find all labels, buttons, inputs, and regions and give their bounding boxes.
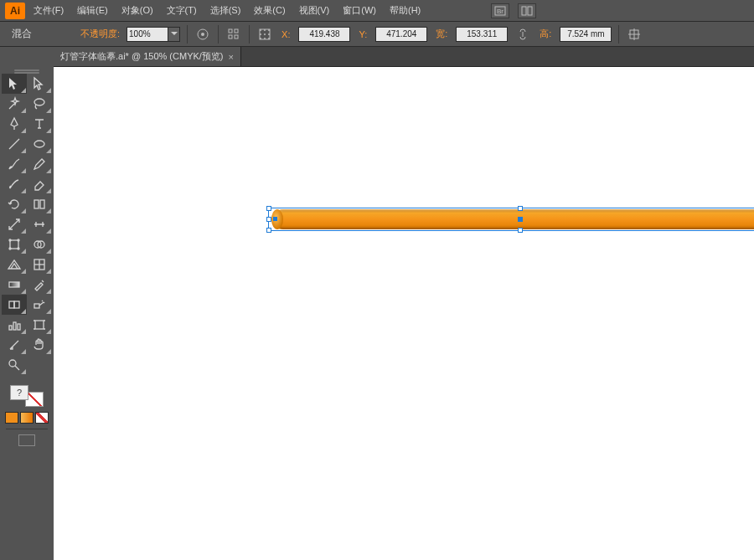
hand-tool[interactable] (27, 335, 52, 355)
type-tool[interactable] (27, 114, 52, 134)
color-none[interactable] (35, 412, 49, 424)
selection-tool[interactable] (2, 74, 27, 94)
svg-rect-3 (528, 7, 532, 15)
color-solid[interactable] (5, 412, 18, 424)
y-input[interactable] (375, 27, 427, 42)
y-label: Y: (359, 29, 367, 39)
scale-tool[interactable] (2, 214, 27, 234)
svg-rect-41 (34, 304, 39, 308)
gradient-tool[interactable] (2, 275, 27, 295)
x-label: X: (281, 29, 290, 39)
menu-edit[interactable]: 编辑(E) (72, 2, 113, 19)
selected-object[interactable] (268, 208, 754, 231)
artboard-tool[interactable] (27, 315, 52, 335)
fill-stroke-swatches[interactable]: ? (8, 383, 45, 408)
pencil-tool[interactable] (27, 154, 52, 174)
menu-view[interactable]: 视图(V) (294, 2, 335, 19)
svg-rect-44 (18, 324, 20, 330)
menu-window[interactable]: 窗口(W) (338, 2, 381, 19)
svg-point-25 (34, 141, 44, 147)
anchor-left[interactable] (273, 217, 277, 221)
ellipse-tool[interactable] (27, 134, 52, 154)
color-gradient[interactable] (20, 412, 34, 424)
arrange-documents-button[interactable] (518, 3, 536, 18)
slice-tool[interactable] (2, 335, 27, 355)
handle-bl[interactable] (266, 228, 271, 233)
svg-point-12 (264, 29, 266, 31)
opacity-dropdown[interactable] (168, 27, 180, 42)
menu-select[interactable]: 选择(S) (205, 2, 246, 19)
zoom-tool[interactable] (2, 355, 27, 375)
bridge-button[interactable]: Br (491, 3, 509, 18)
menu-file[interactable]: 文件(F) (28, 2, 69, 19)
color-mode-row (5, 412, 49, 424)
reflect-tool[interactable] (27, 194, 52, 214)
svg-point-5 (201, 33, 204, 36)
document-tab-bar: 灯管字体临摹.ai* @ 150% (CMYK/预览) × (54, 47, 754, 67)
menu-effect[interactable]: 效果(C) (249, 2, 290, 19)
svg-rect-43 (13, 322, 16, 330)
fill-swatch[interactable]: ? (10, 385, 28, 400)
svg-rect-26 (34, 200, 39, 208)
tools-panel: ? (0, 67, 54, 560)
svg-point-15 (264, 33, 266, 35)
tools-grip[interactable] (2, 67, 52, 74)
artboard[interactable] (54, 67, 754, 560)
handle-tl[interactable] (266, 206, 271, 211)
tube-body (273, 209, 754, 229)
menu-help[interactable]: 帮助(H) (385, 2, 426, 19)
canvas-area[interactable] (54, 67, 754, 560)
w-label: 宽: (436, 28, 447, 40)
column-graph-tool[interactable] (2, 315, 27, 335)
pen-tool[interactable] (2, 114, 27, 134)
svg-rect-27 (40, 200, 44, 208)
svg-point-17 (260, 38, 261, 39)
isolate-icon[interactable] (626, 26, 643, 43)
link-wh-icon[interactable] (514, 26, 531, 43)
paintbrush-tool[interactable] (2, 154, 27, 174)
line-tool[interactable] (2, 134, 27, 154)
h-input[interactable] (560, 27, 612, 42)
transform-ref-icon[interactable] (256, 26, 273, 43)
svg-rect-45 (35, 321, 44, 329)
screen-mode-button[interactable] (18, 434, 35, 446)
document-tab[interactable]: 灯管字体临摹.ai* @ 150% (CMYK/预览) × (54, 47, 241, 66)
svg-line-24 (9, 139, 19, 149)
x-input[interactable] (298, 27, 350, 42)
align-panel-icon[interactable] (225, 26, 242, 43)
svg-rect-9 (235, 35, 238, 39)
menu-object[interactable]: 对象(O) (116, 2, 158, 19)
blend-mode-label: 混合 (3, 25, 32, 42)
svg-point-13 (268, 29, 270, 31)
opacity-label: 不透明度: (80, 28, 120, 40)
shape-builder-tool[interactable] (27, 234, 52, 254)
svg-point-19 (268, 38, 270, 39)
opacity-input[interactable] (127, 27, 168, 42)
eyedropper-tool[interactable] (27, 275, 52, 295)
rotate-tool[interactable] (2, 194, 27, 214)
document-tab-title: 灯管字体临摹.ai* @ 150% (CMYK/预览) (60, 50, 224, 63)
perspective-grid-tool[interactable] (2, 254, 27, 275)
svg-point-14 (260, 33, 261, 35)
options-bar: 不透明度: X: Y: 宽: 高: (0, 22, 754, 47)
blob-brush-tool[interactable] (2, 174, 27, 194)
h-label: 高: (540, 28, 551, 40)
w-input[interactable] (456, 27, 508, 42)
mesh-tool[interactable] (27, 254, 52, 275)
menu-type[interactable]: 文字(T) (162, 2, 202, 19)
free-transform-tool[interactable] (2, 234, 27, 254)
svg-point-18 (264, 38, 266, 39)
document-tab-close[interactable]: × (229, 52, 234, 62)
direct-selection-tool[interactable] (27, 74, 52, 94)
lasso-tool[interactable] (27, 94, 52, 114)
recolor-icon[interactable] (194, 26, 211, 43)
blend-tool[interactable] (2, 295, 27, 315)
eraser-tool[interactable] (27, 174, 52, 194)
width-tool[interactable] (27, 214, 52, 234)
svg-rect-39 (9, 301, 14, 308)
svg-text:Br: Br (497, 8, 504, 15)
magic-wand-tool[interactable] (2, 94, 27, 114)
svg-line-47 (15, 366, 19, 370)
svg-rect-7 (235, 29, 238, 33)
symbol-sprayer-tool[interactable] (27, 295, 52, 315)
